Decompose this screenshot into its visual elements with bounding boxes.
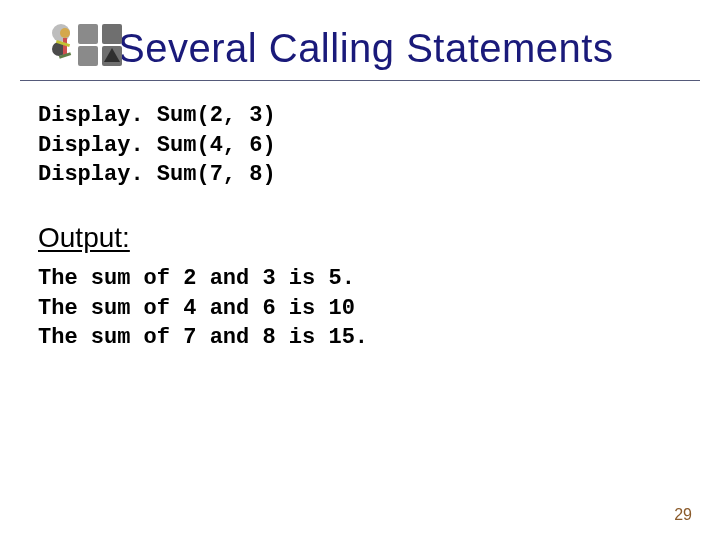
code-line: Display. Sum(7, 8) (38, 162, 276, 187)
output-block: The sum of 2 and 3 is 5. The sum of 4 an… (0, 254, 720, 353)
code-line: Display. Sum(4, 6) (38, 133, 276, 158)
code-block: Display. Sum(2, 3) Display. Sum(4, 6) Di… (0, 81, 720, 190)
slide-header: Several Calling Statements (20, 0, 700, 81)
page-number: 29 (674, 506, 692, 524)
slide-title: Several Calling Statements (118, 26, 613, 71)
slide-logo-icon (52, 24, 106, 72)
output-line: The sum of 7 and 8 is 15. (38, 325, 368, 350)
output-heading: Output: (0, 190, 720, 254)
code-line: Display. Sum(2, 3) (38, 103, 276, 128)
output-line: The sum of 2 and 3 is 5. (38, 266, 355, 291)
output-line: The sum of 4 and 6 is 10 (38, 296, 355, 321)
